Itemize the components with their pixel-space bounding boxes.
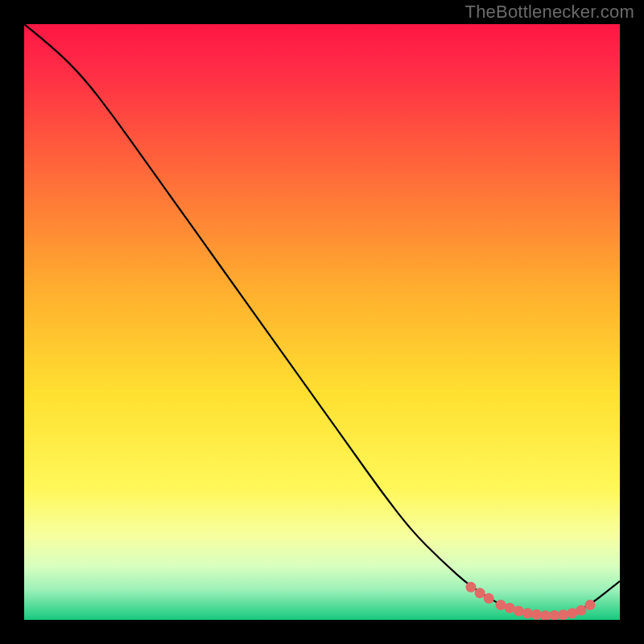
plot-area	[24, 24, 620, 620]
trough-marker-dot	[484, 593, 494, 604]
trough-marker-dot	[496, 600, 506, 610]
gradient-background	[24, 24, 620, 620]
trough-marker-dot	[576, 605, 586, 616]
trough-marker-dot	[475, 588, 485, 598]
chart-svg	[24, 24, 620, 620]
trough-marker-dot	[466, 582, 477, 592]
trough-marker-dot	[585, 600, 596, 610]
attribution-text: TheBottlenecker.com	[465, 2, 634, 23]
trough-marker-dot	[522, 608, 533, 618]
trough-marker-dot	[558, 609, 568, 620]
trough-marker-dot	[505, 603, 515, 613]
trough-marker-dot	[531, 609, 542, 620]
trough-marker-dot	[514, 605, 524, 616]
trough-marker-dot	[567, 608, 577, 618]
chart-stage: TheBottlenecker.com	[0, 0, 644, 644]
